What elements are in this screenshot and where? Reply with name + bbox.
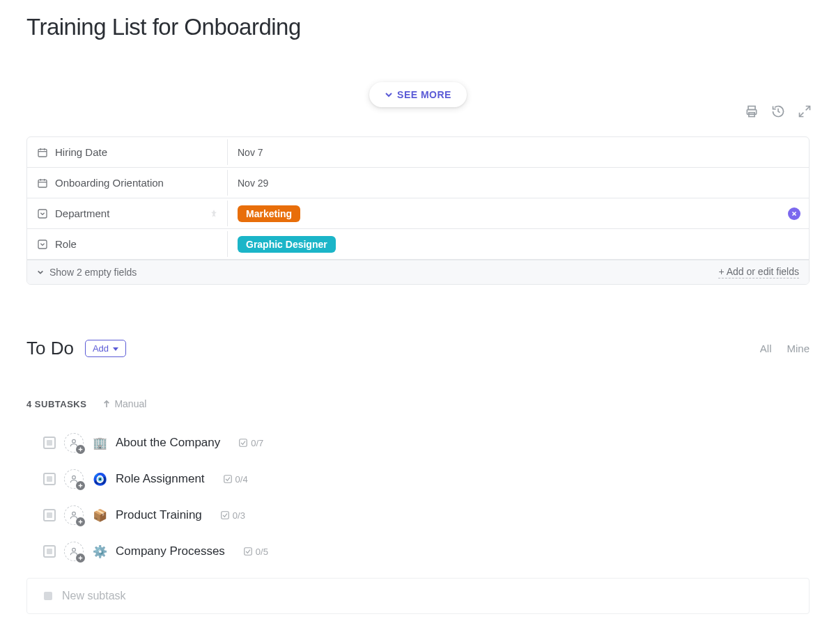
subtask-progress: 0/5: [243, 547, 268, 557]
subtask-name[interactable]: Product Training: [116, 508, 202, 522]
plus-badge-icon: [76, 445, 85, 454]
subtask-checkbox[interactable]: [43, 473, 56, 485]
subtask-checkbox[interactable]: [43, 545, 56, 558]
clear-field-button[interactable]: [788, 207, 800, 220]
subtask-progress-text: 0/7: [251, 438, 263, 448]
subtask-checkbox[interactable]: [43, 437, 56, 449]
subtask-emoji: 🧿: [92, 471, 107, 487]
checklist-icon: [243, 547, 253, 556]
sort-mode-toggle[interactable]: Manual: [103, 398, 146, 409]
subtasks-count-label: 4 SUBTASKS: [26, 399, 86, 409]
field-label-text: Department: [55, 207, 109, 219]
svg-rect-5: [38, 149, 47, 157]
filter-mine[interactable]: Mine: [787, 343, 810, 354]
field-value[interactable]: Marketing: [228, 200, 809, 228]
subtask-row[interactable]: 📦 Product Training 0/3: [43, 505, 810, 525]
subtask-progress: 0/4: [223, 474, 248, 485]
svg-rect-16: [38, 240, 47, 249]
subtask-row[interactable]: 🏢 About the Company 0/7: [43, 433, 810, 453]
svg-rect-9: [38, 180, 47, 187]
custom-fields-panel: Hiring Date Nov 7 Onboarding Orientation…: [26, 136, 810, 285]
subtask-progress: 0/3: [220, 510, 245, 521]
section-title: To Do: [26, 338, 74, 359]
subtask-name[interactable]: Company Processes: [116, 544, 225, 558]
field-row-role: Role Graphic Designer: [27, 229, 809, 260]
show-empty-fields-toggle[interactable]: Show 2 empty fields: [37, 267, 137, 278]
toolbar: [745, 104, 812, 118]
svg-point-31: [72, 548, 76, 551]
sort-mode-label: Manual: [114, 398, 146, 409]
arrow-up-icon: [103, 400, 110, 408]
new-subtask-input[interactable]: [62, 590, 792, 602]
plus-badge-icon: [76, 517, 85, 526]
assignee-add-button[interactable]: [64, 542, 84, 561]
field-value[interactable]: Graphic Designer: [228, 230, 809, 258]
subtask-name[interactable]: About the Company: [116, 436, 220, 450]
subtask-emoji: 🏢: [92, 435, 107, 450]
status-square-icon: [44, 592, 52, 600]
calendar-icon: [37, 147, 48, 158]
field-label: Department: [27, 201, 228, 226]
field-row-department: Department Marketing: [27, 198, 809, 229]
field-value[interactable]: Nov 29: [228, 172, 809, 194]
see-more-label: SEE MORE: [397, 89, 451, 100]
calendar-icon: [37, 178, 48, 189]
caret-down-icon: [113, 346, 118, 352]
see-more-button[interactable]: SEE MORE: [369, 82, 467, 107]
subtask-row[interactable]: 🧿 Role Assignment 0/4: [43, 469, 810, 489]
show-empty-label: Show 2 empty fields: [49, 267, 137, 278]
checklist-icon: [238, 438, 248, 448]
subtask-emoji: ⚙️: [92, 544, 107, 559]
subtask-progress: 0/7: [238, 438, 263, 448]
tag-department: Marketing: [238, 205, 300, 222]
print-icon[interactable]: [745, 104, 759, 118]
svg-line-4: [800, 113, 804, 117]
svg-rect-30: [222, 512, 229, 519]
svg-marker-17: [113, 347, 118, 351]
svg-rect-26: [224, 476, 231, 483]
assignee-add-button[interactable]: [64, 505, 84, 525]
dropdown-field-icon: [37, 239, 48, 250]
subtask-filter-tabs: All Mine: [760, 343, 810, 354]
svg-point-23: [72, 476, 76, 479]
page-title: Training List for Onboarding: [26, 14, 810, 40]
subtask-row[interactable]: ⚙️ Company Processes 0/5: [43, 542, 810, 561]
chevron-down-icon: [385, 91, 393, 99]
svg-rect-22: [240, 439, 247, 447]
subtask-name[interactable]: Role Assignment: [116, 472, 205, 486]
field-label-text: Hiring Date: [55, 146, 107, 158]
checklist-icon: [220, 510, 230, 520]
plus-badge-icon: [76, 553, 85, 563]
field-value[interactable]: Nov 7: [228, 141, 809, 164]
add-edit-fields-button[interactable]: + Add or edit fields: [718, 266, 799, 278]
assignee-add-button[interactable]: [64, 469, 84, 489]
subtask-list: 🏢 About the Company 0/7 🧿 Role Assignmen…: [26, 433, 810, 561]
expand-icon[interactable]: [798, 104, 812, 118]
field-label: Hiring Date: [27, 139, 228, 165]
pin-icon[interactable]: [209, 209, 219, 219]
subtask-progress-text: 0/5: [256, 547, 268, 557]
field-label-text: Onboarding Orientation: [55, 177, 164, 189]
tag-role: Graphic Designer: [238, 236, 336, 253]
history-icon[interactable]: [771, 104, 785, 118]
field-label: Onboarding Orientation: [27, 170, 228, 196]
add-label: Add: [93, 343, 109, 354]
field-label: Role: [27, 231, 228, 257]
svg-rect-34: [245, 548, 252, 556]
new-subtask-row[interactable]: [26, 578, 810, 614]
svg-point-27: [72, 512, 76, 515]
fields-footer: Show 2 empty fields + Add or edit fields: [27, 260, 809, 284]
field-row-onboarding-orientation: Onboarding Orientation Nov 29: [27, 168, 809, 198]
filter-all[interactable]: All: [760, 343, 772, 354]
checklist-icon: [223, 474, 233, 484]
subtask-checkbox[interactable]: [43, 509, 56, 521]
dropdown-field-icon: [37, 208, 48, 219]
subtask-emoji: 📦: [92, 508, 107, 523]
assignee-add-button[interactable]: [64, 433, 84, 453]
subtask-progress-text: 0/4: [235, 474, 248, 485]
add-subtask-dropdown[interactable]: Add: [85, 340, 126, 357]
field-row-hiring-date: Hiring Date Nov 7: [27, 137, 809, 168]
plus-badge-icon: [76, 481, 85, 490]
section-header: To Do Add All Mine: [26, 338, 810, 359]
svg-point-19: [72, 439, 76, 443]
